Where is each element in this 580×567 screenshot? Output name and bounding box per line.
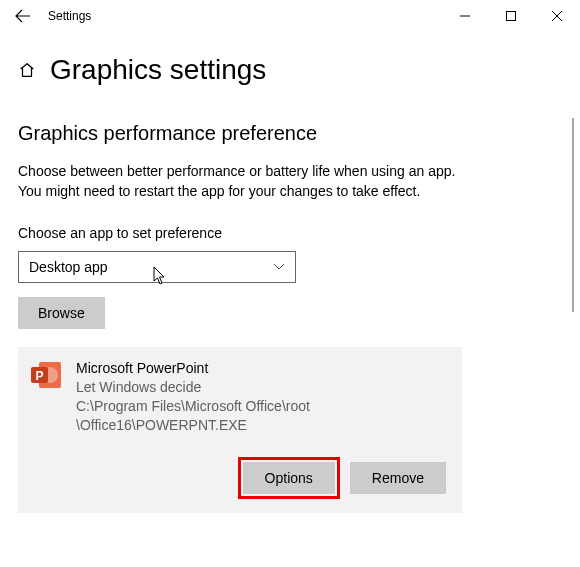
app-preference: Let Windows decide: [76, 378, 310, 397]
titlebar: Settings: [0, 0, 580, 32]
minimize-button[interactable]: [442, 0, 488, 32]
mouse-cursor-icon: [153, 266, 169, 289]
close-button[interactable]: [534, 0, 580, 32]
powerpoint-icon: P: [30, 359, 62, 391]
options-button[interactable]: Options: [243, 462, 335, 494]
select-value: Desktop app: [29, 259, 108, 275]
section-description: Choose between better performance or bat…: [18, 161, 522, 201]
content-area: Graphics performance preference Choose b…: [0, 122, 580, 513]
options-highlight: Options: [238, 457, 340, 499]
description-line1: Choose between better performance or bat…: [18, 163, 455, 179]
browse-button[interactable]: Browse: [18, 297, 105, 329]
app-card: P Microsoft PowerPoint Let Windows decid…: [18, 347, 462, 513]
remove-button[interactable]: Remove: [350, 462, 446, 494]
section-heading: Graphics performance preference: [18, 122, 562, 145]
window-title: Settings: [48, 9, 91, 23]
back-arrow-icon: [15, 8, 31, 24]
app-type-select[interactable]: Desktop app: [18, 251, 296, 283]
page-title: Graphics settings: [50, 54, 266, 86]
choose-app-label: Choose an app to set preference: [18, 225, 562, 241]
maximize-button[interactable]: [488, 0, 534, 32]
back-button[interactable]: [12, 5, 34, 27]
svg-rect-0: [507, 12, 516, 21]
window-controls: [442, 0, 580, 32]
app-path: C:\Program Files\Microsoft Office\root \…: [76, 397, 310, 435]
app-name: Microsoft PowerPoint: [76, 359, 310, 378]
chevron-down-icon: [273, 261, 285, 273]
description-line2: You might need to restart the app for yo…: [18, 183, 420, 199]
page-header: Graphics settings: [18, 54, 580, 86]
svg-text:P: P: [35, 369, 43, 383]
home-icon[interactable]: [18, 61, 36, 79]
